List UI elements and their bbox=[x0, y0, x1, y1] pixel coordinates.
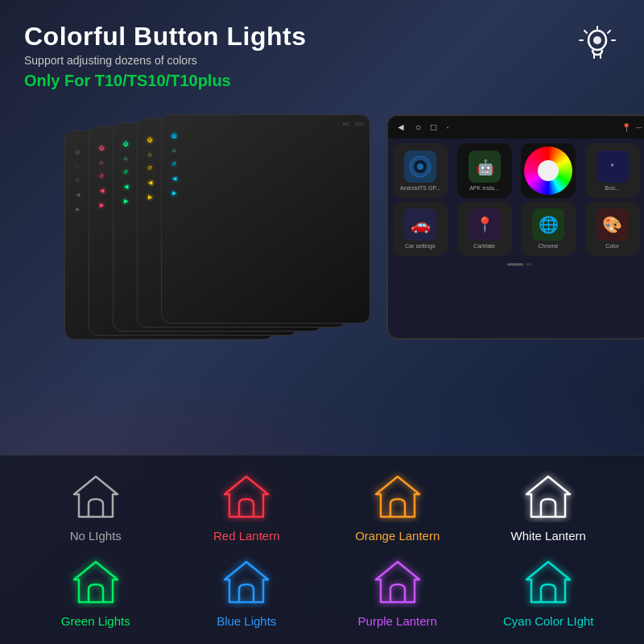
tablet-cyan: MC RST ⏻ ⌂ ↺ ◀ ▶ bbox=[161, 114, 370, 324]
svg-point-11 bbox=[417, 163, 423, 170]
house-icon-blue-lights bbox=[218, 555, 275, 608]
app-chrome[interactable]: 🌐 Chrome bbox=[521, 201, 576, 256]
light-item-purple-lantern[interactable]: Purple Lantern bbox=[326, 555, 469, 628]
light-item-white-lantern[interactable]: White Lantern bbox=[477, 470, 621, 543]
cyan-light-label: Cyan Color LIght bbox=[503, 614, 594, 628]
house-icon-cyan-light bbox=[520, 555, 576, 608]
svg-text:🤖: 🤖 bbox=[477, 159, 495, 176]
light-item-no-lights[interactable]: No LIghts bbox=[24, 470, 167, 543]
svg-point-8 bbox=[593, 36, 601, 44]
house-icon-white-lantern bbox=[520, 470, 576, 522]
svg-line-5 bbox=[608, 31, 610, 33]
orange-lantern-label: Orange Lantern bbox=[355, 529, 440, 543]
light-item-orange-lantern[interactable]: Orange Lantern bbox=[326, 470, 469, 543]
house-icon-red-lantern bbox=[218, 470, 275, 522]
app-color[interactable]: 🎨 Color bbox=[585, 201, 640, 256]
title-block: Colorful Button Lights Support adjusting… bbox=[24, 23, 306, 90]
page-indicator bbox=[388, 261, 644, 268]
bulb-icon bbox=[575, 23, 620, 68]
house-icon-green-lights bbox=[68, 555, 124, 608]
color-wheel-center bbox=[538, 160, 559, 181]
main-screen: ◄ ○ □ · 📍 ··· bbox=[386, 114, 644, 340]
screen-top-bar: ◄ ○ □ · 📍 ··· bbox=[388, 116, 644, 138]
light-item-blue-lights[interactable]: Blue Lights bbox=[175, 555, 319, 628]
signal-icon: ··· bbox=[636, 123, 642, 132]
app-apk-install[interactable]: 🤖 APK insta... bbox=[457, 143, 512, 198]
red-lantern-label: Red Lantern bbox=[213, 529, 280, 543]
compatible-label: Only For T10/TS10/T10plus bbox=[24, 72, 306, 90]
recents-nav-icon: □ bbox=[431, 122, 436, 133]
nav-icons: ◄ ○ □ · bbox=[396, 122, 449, 133]
tablet-stack: MC RST ⏻ ⌂ ↺ ◀ ▶ MC RST ⏻ bbox=[64, 114, 483, 348]
svg-line-4 bbox=[584, 31, 587, 33]
bottom-panel: No LIghts Red Lantern Orange Lantern bbox=[0, 455, 644, 644]
app-bluetooth[interactable]: ᛫ Boo... bbox=[585, 143, 640, 198]
light-item-red-lantern[interactable]: Red Lantern bbox=[175, 470, 319, 543]
house-icon-orange-lantern bbox=[369, 470, 426, 522]
green-lights-label: Green Lights bbox=[61, 614, 130, 628]
house-icon-purple-lantern bbox=[369, 555, 426, 608]
back-nav-icon: ◄ bbox=[396, 122, 406, 133]
menu-nav-icon: · bbox=[446, 122, 448, 133]
app-carmate[interactable]: 📍 CarMate bbox=[457, 201, 512, 256]
white-lantern-label: White Lantern bbox=[511, 529, 586, 543]
lights-grid: No LIghts Red Lantern Orange Lantern bbox=[24, 470, 620, 628]
location-icon: 📍 bbox=[621, 123, 631, 132]
color-wheel-cell[interactable] bbox=[521, 143, 576, 198]
light-item-green-lights[interactable]: Green Lights bbox=[24, 555, 167, 628]
status-icons: 📍 ··· bbox=[621, 123, 642, 132]
app-androidts[interactable]: AndroidTS GP... bbox=[393, 143, 448, 198]
light-item-cyan-light[interactable]: Cyan Color LIght bbox=[477, 555, 621, 628]
home-nav-icon: ○ bbox=[415, 122, 421, 133]
purple-lantern-label: Purple Lantern bbox=[358, 614, 437, 628]
house-icon-no-lights bbox=[68, 470, 124, 522]
app-car-settings[interactable]: 🚗 Car settings bbox=[393, 201, 448, 256]
apps-grid: AndroidTS GP... 🤖 APK insta... bbox=[388, 138, 644, 261]
no-lights-label: No LIghts bbox=[70, 529, 122, 543]
subtitle: Support adjusting dozens of colors bbox=[24, 54, 306, 67]
header: Colorful Button Lights Support adjusting… bbox=[24, 23, 620, 90]
blue-lights-label: Blue Lights bbox=[217, 614, 276, 628]
main-title: Colorful Button Lights bbox=[24, 23, 306, 51]
tablet-section: MC RST ⏻ ⌂ ↺ ◀ ▶ MC RST ⏻ bbox=[24, 98, 620, 348]
color-wheel bbox=[524, 147, 572, 195]
